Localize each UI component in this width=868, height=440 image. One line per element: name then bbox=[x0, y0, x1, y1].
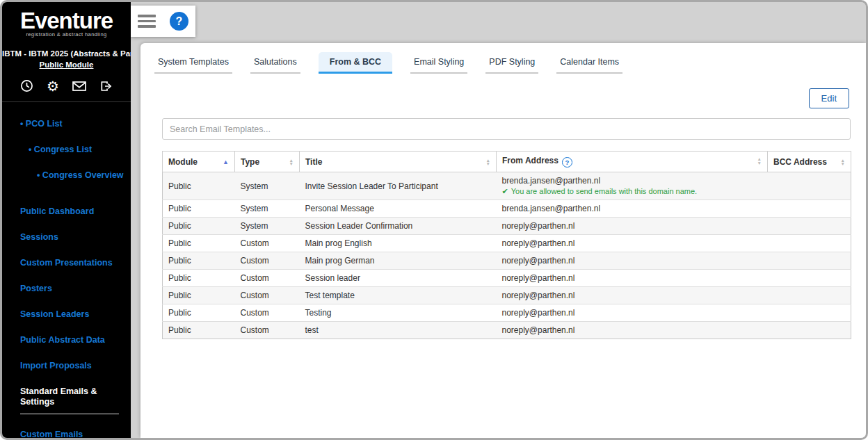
sidebar-item-label: Public Dashboard bbox=[20, 206, 94, 216]
column-header-title[interactable]: Title▲▼ bbox=[300, 152, 497, 172]
from-address: noreply@parthen.nl bbox=[502, 308, 762, 318]
from-address: noreply@parthen.nl bbox=[502, 238, 762, 248]
sidebar-item-pco-list[interactable]: • PCO List bbox=[2, 119, 131, 129]
cell-module: Public bbox=[163, 322, 235, 339]
help-icon[interactable]: ? bbox=[170, 12, 188, 31]
email-templates-table-wrap: Module▲Type▲▼Title▲▼From Address?▲▼BCC A… bbox=[162, 151, 851, 339]
sidebar-item-import-proposals[interactable]: Import Proposals bbox=[2, 361, 131, 371]
cell-bcc bbox=[768, 252, 851, 270]
tab-calendar-items[interactable]: Calendar Items bbox=[556, 52, 622, 74]
column-header-type[interactable]: Type▲▼ bbox=[235, 152, 300, 172]
sidebar-item-standard-emails-settings[interactable]: Standard Emails & Settings bbox=[2, 386, 131, 414]
cell-module: Public bbox=[163, 287, 235, 304]
table-row[interactable]: PublicCustomMain prog Germannoreply@part… bbox=[163, 252, 851, 270]
sidebar-item-session-leaders[interactable]: Session Leaders bbox=[2, 309, 131, 320]
search-bar bbox=[162, 118, 851, 140]
clock-icon[interactable] bbox=[20, 79, 33, 92]
sidebar-item-posters[interactable]: Posters bbox=[2, 284, 131, 294]
tab-email-styling[interactable]: Email Styling bbox=[410, 52, 467, 74]
from-address: noreply@parthen.nl bbox=[502, 221, 762, 231]
mail-icon[interactable] bbox=[72, 81, 86, 92]
cell-title: Session leader bbox=[300, 270, 497, 287]
sidebar-item-label: Congress List bbox=[34, 145, 92, 154]
cell-from: noreply@parthen.nl bbox=[497, 252, 768, 270]
table-row[interactable]: PublicCustomMain prog Englishnoreply@par… bbox=[163, 235, 851, 252]
cell-bcc bbox=[768, 172, 851, 200]
cell-module: Public bbox=[163, 218, 235, 235]
cell-title: Session Leader Confirmation bbox=[300, 218, 497, 235]
check-icon: ✔ bbox=[502, 187, 508, 195]
column-header-bcc-address[interactable]: BCC Address▲▼ bbox=[768, 152, 851, 172]
cell-bcc bbox=[768, 322, 851, 339]
sidebar: Eventure registration & abstract handlin… bbox=[2, 2, 131, 438]
cell-module: Public bbox=[163, 235, 235, 252]
tab-pdf-styling[interactable]: PDF Styling bbox=[485, 52, 538, 74]
workspace: ? System TemplatesSalutationsFrom & BCCE… bbox=[131, 2, 866, 438]
edit-button[interactable]: Edit bbox=[809, 88, 849, 108]
from-address: noreply@parthen.nl bbox=[502, 256, 762, 266]
sidebar-item-congress-list[interactable]: • Congress List bbox=[2, 145, 131, 155]
sidebar-item-congress-overview[interactable]: • Congress Overview bbox=[2, 170, 131, 181]
bullet-icon: • bbox=[20, 119, 26, 129]
question-circle-icon[interactable]: ? bbox=[562, 157, 572, 168]
cell-from: noreply@parthen.nl bbox=[497, 235, 768, 252]
cell-type: System bbox=[235, 218, 300, 235]
tab-from-bcc[interactable]: From & BCC bbox=[319, 52, 392, 74]
menu-icon[interactable] bbox=[138, 15, 156, 28]
sidebar-item-label: Congress Overview bbox=[42, 170, 124, 180]
cell-module: Public bbox=[163, 270, 235, 287]
cell-type: Custom bbox=[235, 304, 300, 322]
table-row[interactable]: PublicSystemPersonal Messagebrenda.janse… bbox=[163, 200, 851, 218]
cell-from: noreply@parthen.nl bbox=[497, 270, 768, 287]
table-row[interactable]: PublicCustomSession leadernoreply@parthe… bbox=[163, 270, 851, 287]
event-title: IBTM - IBTM 2025 (Abstracts & Par... bbox=[2, 49, 131, 58]
cell-from: brenda.jansen@parthen.nl bbox=[497, 200, 768, 218]
gear-icon[interactable]: ⚙ bbox=[47, 80, 59, 92]
sort-icon: ▲▼ bbox=[289, 158, 294, 166]
table-row[interactable]: PublicCustomTestingnoreply@parthen.nl bbox=[163, 304, 851, 322]
active-item-underline bbox=[20, 414, 119, 414]
cell-module: Public bbox=[163, 200, 235, 218]
cell-from: noreply@parthen.nl bbox=[497, 218, 768, 235]
from-address: noreply@parthen.nl bbox=[502, 291, 762, 300]
column-label: Title bbox=[305, 157, 322, 167]
logo-title: Eventure bbox=[2, 8, 131, 33]
app-window: Eventure registration & abstract handlin… bbox=[0, 0, 868, 440]
cell-module: Public bbox=[163, 172, 235, 200]
public-module-link[interactable]: Public Module bbox=[2, 60, 131, 69]
sidebar-item-sessions[interactable]: Sessions bbox=[2, 232, 131, 243]
cell-title: Main prog German bbox=[300, 252, 497, 270]
cell-bcc bbox=[768, 287, 851, 304]
sidebar-item-public-dashboard[interactable]: Public Dashboard bbox=[2, 206, 131, 217]
cell-from: noreply@parthen.nl bbox=[497, 304, 768, 322]
domain-allowed-note: ✔You are allowed to send emails with thi… bbox=[502, 186, 762, 196]
sidebar-item-label: Public Abstract Data bbox=[20, 335, 105, 345]
cell-title: Test template bbox=[300, 287, 497, 304]
table-row[interactable]: PublicCustomTest templatenoreply@parthen… bbox=[163, 287, 851, 304]
cell-bcc bbox=[768, 304, 851, 322]
tab-system-templates[interactable]: System Templates bbox=[154, 52, 232, 74]
sidebar-item-label: Standard Emails & Settings bbox=[20, 386, 97, 407]
sort-ascending-icon: ▲ bbox=[223, 158, 229, 165]
search-input[interactable] bbox=[162, 118, 851, 140]
sidebar-item-label: Import Proposals bbox=[20, 361, 92, 370]
table-row[interactable]: PublicCustomtestnoreply@parthen.nl bbox=[163, 322, 851, 339]
table-row[interactable]: PublicSystemSession Leader Confirmationn… bbox=[163, 218, 851, 235]
sidebar-icon-row: ⚙ bbox=[2, 69, 131, 101]
logo[interactable]: Eventure registration & abstract handlin… bbox=[2, 2, 131, 38]
from-address: noreply@parthen.nl bbox=[502, 325, 762, 335]
column-header-module[interactable]: Module▲ bbox=[163, 152, 235, 172]
cell-type: Custom bbox=[235, 322, 300, 339]
sidebar-item-custom-emails[interactable]: Custom Emails bbox=[2, 430, 131, 438]
signout-icon[interactable] bbox=[99, 80, 113, 92]
sidebar-item-public-abstract-data[interactable]: Public Abstract Data bbox=[2, 335, 131, 345]
cell-type: Custom bbox=[235, 270, 300, 287]
tab-salutations[interactable]: Salutations bbox=[250, 52, 300, 74]
sidebar-item-custom-presentations[interactable]: Custom Presentations bbox=[2, 258, 131, 268]
table-row[interactable]: PublicSystemInvite Session Leader To Par… bbox=[163, 172, 851, 200]
sort-icon: ▲▼ bbox=[486, 158, 490, 166]
cell-module: Public bbox=[163, 304, 235, 322]
cell-type: System bbox=[235, 200, 300, 218]
content-panel: System TemplatesSalutationsFrom & BCCEma… bbox=[140, 43, 866, 438]
column-header-from-address[interactable]: From Address?▲▼ bbox=[497, 152, 768, 172]
